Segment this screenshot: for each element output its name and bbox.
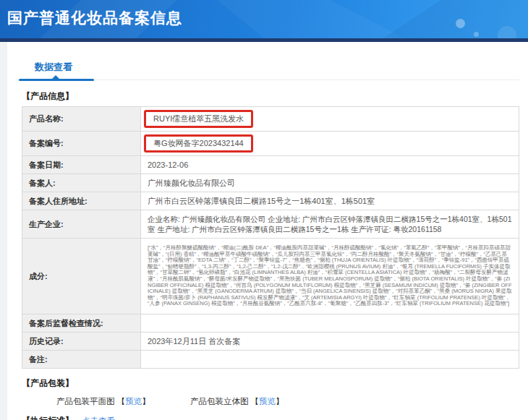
manufacturer-value: 企业名称: 广州臻颜化妆品有限公司 企业地址: 广州市白云区钟落潭镇良田二横路1… (148, 214, 512, 234)
page-header: 国产普通化妆品备案信息 (0, 0, 528, 38)
section-product-info-title: 【产品信息】 (22, 90, 519, 103)
exec-standard-title: 【执行标准】 (22, 416, 74, 420)
packaging-stereo-label: 产品包装立体图 (190, 397, 249, 406)
row-label: 产品名称: (22, 107, 141, 132)
banner-polygon-decoration (217, 0, 405, 38)
packaging-preview-line: 产品包装平面图 【预览】 产品包装立体图 【预览】 (56, 396, 519, 407)
bracket: 【 (251, 397, 260, 406)
table-row-ingredients: 成分: [“水”，“月桂醇聚醚硫酸酯钠”，“椰油(二)酰胺 DEA”，“椰油酰胺… (22, 239, 519, 314)
row-label: 备案日期: (22, 156, 141, 174)
registration-number-value: 粤G妆网备字2023432144 (153, 139, 244, 147)
table-row-post-registration-inspection: 备案后监督检查情况: (22, 314, 519, 333)
main-content: 数据查看 【产品信息】 产品名称: RUYI儒意植萃五黑洗发水 备案编号: 粤G… (16, 58, 519, 420)
tab-data-view[interactable]: 数据查看 (35, 61, 72, 74)
exec-standard-view-link[interactable]: 点击查看 (82, 416, 115, 420)
page-title: 国产普通化妆品备案信息 (7, 8, 182, 28)
banner-dot-decoration (474, 32, 479, 37)
row-value: 企业名称: 广州臻颜化妆品有限公司 企业地址: 广州市白云区钟落潭镇良田二横路1… (141, 210, 519, 239)
row-label: 成分: (22, 239, 141, 314)
left-gutter (0, 42, 7, 420)
product-info-table: 产品名称: RUYI儒意植萃五黑洗发水 备案编号: 粤G妆网备字20234321… (22, 106, 519, 369)
row-value: 2023-12-06 (141, 156, 519, 174)
tab-active-underline (19, 79, 94, 81)
section-exec-standard: 【执行标准】 点击查看 (22, 415, 519, 420)
section-packaging-title: 【产品包装】 (22, 377, 519, 390)
highlight-box-registration-number: 粤G妆网备字2023432144 (144, 134, 253, 153)
product-name-value: RUYI儒意植萃五黑洗发水 (153, 114, 244, 123)
table-row-product-name: 产品名称: RUYI儒意植萃五黑洗发水 (22, 107, 519, 132)
row-label: 备案后监督检查情况: (22, 314, 141, 333)
row-value: 广州臻颜化妆品有限公司 (141, 174, 519, 192)
highlight-box-product-name: RUYI儒意植萃五黑洗发水 (144, 110, 253, 128)
table-row-registrant: 备案人: 广州臻颜化妆品有限公司 (22, 174, 519, 192)
row-value: 广州市白云区钟落潭镇良田二横路15号之一1栋401室、1栋501室 (141, 192, 519, 210)
packaging-flat-label: 产品包装平面图 (56, 397, 115, 406)
tab-bar: 数据查看 (16, 58, 519, 80)
ingredients-value: [“水”，“月桂醇聚醚硫酸酯钠”，“椰油(二)酰胺 DEA”，“椰油酰胺丙基甜菜… (148, 245, 512, 307)
bracket: 【 (117, 397, 126, 406)
row-value: 粤G妆网备字2023432144 (141, 132, 519, 156)
packaging-stereo-item: 产品包装立体图 【预览】 (190, 397, 284, 406)
row-value: 2023年12月11日 首次备案 (141, 333, 519, 351)
bracket: 】 (276, 397, 284, 406)
packaging-flat-item: 产品包装平面图 【预览】 (56, 397, 153, 406)
packaging-flat-preview-link[interactable]: 预览 (125, 397, 142, 406)
banner-bottom-edge (0, 38, 528, 42)
packaging-stereo-preview-link[interactable]: 预览 (259, 397, 276, 406)
row-label: 备案人住所地址: (22, 192, 141, 210)
row-label: 生产企业: (22, 210, 141, 239)
table-row-manufacturer: 生产企业: 企业名称: 广州臻颜化妆品有限公司 企业地址: 广州市白云区钟落潭镇… (22, 210, 519, 239)
table-row-registrant-address: 备案人住所地址: 广州市白云区钟落潭镇良田二横路15号之一1栋401室、1栋50… (22, 192, 519, 210)
row-label: 历史记录: (22, 333, 141, 351)
row-label: 备案人: (22, 174, 141, 192)
bracket: 】 (142, 397, 150, 406)
table-row-remarks: 备注: (22, 351, 519, 369)
tab-caret-icon (52, 75, 59, 79)
table-row-registration-date: 备案日期: 2023-12-06 (22, 156, 519, 174)
table-row-registration-number: 备案编号: 粤G妆网备字2023432144 (22, 132, 519, 156)
row-value: [“水”，“月桂醇聚醚硫酸酯钠”，“椰油(二)酰胺 DEA”，“椰油酰胺丙基甜菜… (141, 239, 519, 314)
row-value (141, 314, 519, 333)
row-label: 备注: (22, 351, 141, 369)
banner-dot-decoration (456, 19, 465, 28)
row-value (141, 351, 519, 369)
table-row-history: 历史记录: 2023年12月11日 首次备案 (22, 333, 519, 351)
row-label: 备案编号: (22, 132, 141, 156)
row-value: RUYI儒意植萃五黑洗发水 (141, 107, 519, 132)
